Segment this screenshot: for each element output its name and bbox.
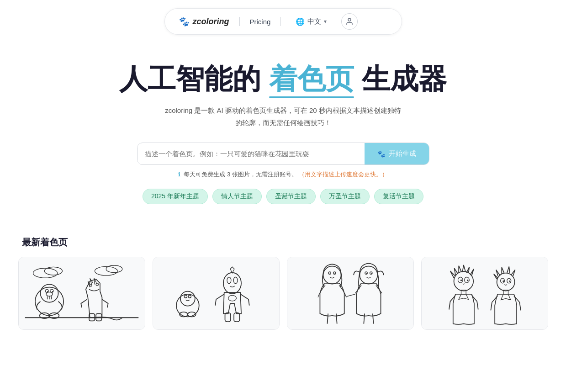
svg-point-2: [44, 267, 62, 275]
svg-line-42: [336, 314, 337, 324]
tag-newyear[interactable]: 2025 年新年主题: [143, 189, 208, 204]
search-input[interactable]: [138, 143, 365, 164]
svg-point-43: [360, 266, 377, 284]
svg-line-49: [372, 314, 373, 324]
svg-line-50: [346, 294, 355, 297]
svg-point-53: [464, 277, 469, 283]
generate-btn-label: 开始生成: [389, 149, 416, 158]
gallery-grid: [18, 257, 548, 330]
language-selector[interactable]: 🌐 中文 ▾: [291, 16, 331, 28]
svg-point-47: [371, 273, 372, 274]
generate-btn-icon: 🐾: [377, 150, 385, 158]
coloring-image-1: [19, 257, 145, 329]
gallery-card-2[interactable]: [153, 257, 280, 330]
svg-point-26: [185, 297, 186, 298]
logo-text: zcoloring: [193, 17, 229, 26]
gallery-card-inner-1: [19, 257, 145, 329]
svg-point-37: [328, 272, 331, 274]
svg-point-35: [228, 296, 236, 301]
svg-point-58: [500, 279, 504, 284]
upgrade-link[interactable]: （用文字描述上传速度会更快。）: [299, 171, 388, 178]
svg-point-19: [96, 283, 98, 286]
chevron-down-icon: ▾: [324, 18, 327, 25]
gallery-card-3[interactable]: [287, 257, 414, 330]
generate-button[interactable]: 🐾 开始生成: [365, 143, 429, 164]
hero-title-prefix: 人工智能的: [119, 63, 269, 95]
hero-title: 人工智能的 着色页 生成器: [119, 62, 446, 96]
info-icon: ℹ: [178, 171, 180, 178]
svg-rect-34: [234, 313, 239, 322]
coloring-image-2: [153, 257, 279, 329]
gallery-card-inner-2: [153, 257, 279, 329]
svg-point-6: [35, 287, 63, 316]
search-bar: 🐾 开始生成: [137, 143, 429, 165]
navbar: 🐾 zcoloring Pricing 🌐 中文 ▾: [0, 0, 566, 39]
svg-point-39: [329, 273, 330, 274]
svg-point-30: [223, 273, 241, 294]
svg-point-27: [190, 297, 190, 298]
svg-point-44: [365, 272, 367, 274]
svg-point-46: [366, 273, 367, 274]
svg-point-4: [106, 265, 122, 273]
hero-title-suffix: 生成器: [354, 63, 447, 95]
svg-point-55: [466, 280, 468, 281]
svg-point-57: [497, 273, 514, 291]
tag-halloween[interactable]: 万圣节主题: [320, 189, 370, 204]
user-icon: [345, 17, 354, 26]
tag-christmas[interactable]: 圣诞节主题: [266, 189, 316, 204]
pricing-link[interactable]: Pricing: [250, 18, 271, 26]
svg-point-0: [348, 18, 351, 21]
svg-line-48: [364, 314, 365, 324]
svg-line-41: [327, 314, 328, 324]
coloring-image-4: [422, 257, 548, 329]
lang-label: 中文: [307, 17, 321, 26]
hero-subtitle: zcoloring 是一款 AI 驱动的着色页生成器，可在 20 秒内根据文本描…: [164, 104, 402, 129]
free-note-text: 每天可免费生成 3 张图片，无需注册账号。: [184, 171, 297, 178]
tag-valentine[interactable]: 情人节主题: [212, 189, 262, 204]
tags-row: 2025 年新年主题 情人节主题 圣诞节主题 万圣节主题 复活节主题: [143, 189, 423, 204]
free-note: ℹ 每天可免费生成 3 张图片，无需注册账号。 （用文字描述上传速度会更快。）: [178, 170, 388, 179]
section-title: 最新着色页: [18, 236, 548, 249]
svg-point-52: [458, 277, 463, 283]
nav-divider-2: [280, 17, 281, 26]
svg-point-59: [507, 279, 511, 284]
coloring-image-3: [287, 257, 413, 329]
tag-easter[interactable]: 复活节主题: [374, 189, 423, 204]
hero-title-highlight: 着色页: [269, 62, 354, 96]
gallery-card-4[interactable]: [421, 257, 548, 330]
svg-point-23: [180, 291, 195, 306]
logo-icon: 🐾: [178, 16, 189, 27]
svg-point-40: [334, 273, 335, 274]
gallery-section: 最新着色页: [9, 236, 557, 330]
svg-point-54: [460, 280, 462, 281]
svg-point-12: [46, 292, 52, 297]
globe-icon: 🌐: [296, 17, 305, 26]
svg-point-38: [333, 272, 335, 274]
nav-container: 🐾 zcoloring Pricing 🌐 中文 ▾: [164, 8, 402, 35]
gallery-card-1[interactable]: [18, 257, 145, 330]
svg-point-31: [227, 277, 231, 284]
user-icon-button[interactable]: [341, 13, 358, 30]
svg-point-60: [503, 281, 504, 282]
gallery-card-inner-4: [422, 257, 548, 329]
gallery-card-inner-3: [287, 257, 413, 329]
svg-point-11: [52, 291, 53, 293]
svg-point-36: [323, 266, 341, 284]
svg-point-45: [370, 272, 372, 274]
logo[interactable]: 🐾 zcoloring: [178, 16, 229, 27]
hero-section: 人工智能的 着色页 生成器 zcoloring 是一款 AI 驱动的着色页生成器…: [0, 39, 566, 236]
svg-point-61: [509, 281, 510, 282]
svg-rect-33: [225, 313, 230, 322]
nav-divider-1: [239, 17, 240, 26]
svg-point-32: [233, 277, 238, 284]
